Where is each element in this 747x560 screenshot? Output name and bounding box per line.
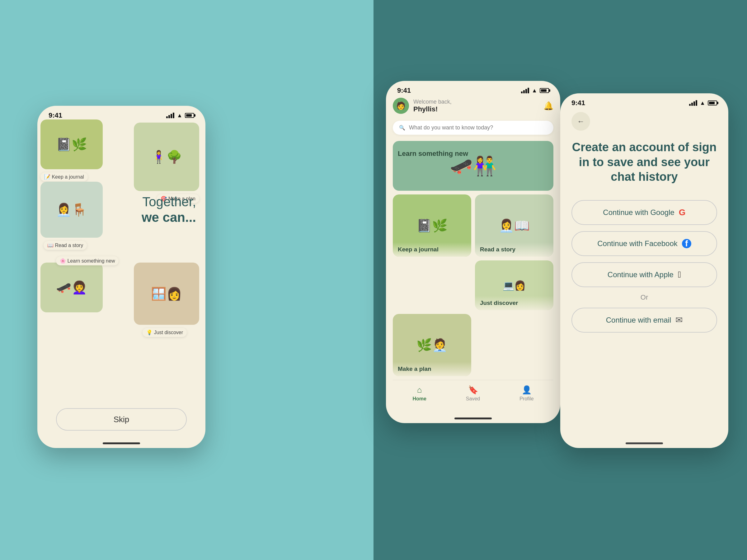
phone-2: 9:41 ▲ 🧑 Welcome back, P <box>386 81 560 423</box>
learn-category-card[interactable]: 🛹👫 Learn something new <box>393 141 553 191</box>
signal-icon-3 <box>689 100 697 106</box>
phone-1: 9:41 ▲ 📓🌿 📝 Keep a journal <box>37 106 205 448</box>
apple-button[interactable]: Continue with Apple  <box>571 262 717 287</box>
reader-card: 👩‍💼🪑 <box>41 182 103 238</box>
phone-3-content: ← Create an account of sign in to save a… <box>560 107 728 344</box>
home-indicator-3 <box>626 443 663 444</box>
battery-icon <box>185 113 194 118</box>
discover-category-card[interactable]: 💻👩 Just discover <box>475 260 553 310</box>
background-left: 9:41 ▲ 📓🌿 📝 Keep a journal <box>0 0 374 560</box>
skater-card: 🛹👩‍🦱 <box>41 263 103 312</box>
status-bar-3: 9:41 ▲ <box>560 93 728 107</box>
profile-icon: 👤 <box>522 385 532 395</box>
bookmark-icon: 🔖 <box>468 385 478 395</box>
bell-icon[interactable]: 🔔 <box>543 101 553 111</box>
back-icon: ← <box>577 117 585 126</box>
status-icons-1: ▲ <box>166 112 194 119</box>
apple-button-label: Continue with Apple <box>608 270 673 279</box>
category-grid: 🛹👫 Learn something new 📓🌿 Keep a journal… <box>393 141 553 376</box>
journal-tag: 📝 Keep a journal <box>41 172 88 181</box>
search-icon: 🔍 <box>399 125 405 131</box>
wifi-icon: ▲ <box>177 112 182 119</box>
window-card: 🪟👩 <box>134 263 199 325</box>
phone-2-content: 🧑 Welcome back, Phyllis! 🔔 🔍 🛹👫 Learn so… <box>386 95 560 408</box>
story-cat-label: Read a story <box>475 242 553 257</box>
time-3: 9:41 <box>571 99 585 107</box>
email-button[interactable]: Continue with email ✉ <box>571 308 717 332</box>
create-account-title: Create an account of sign in to save and… <box>571 140 717 185</box>
wifi-icon-2: ▲ <box>532 87 537 94</box>
time-1: 9:41 <box>49 111 62 119</box>
google-button[interactable]: Continue with Google G <box>571 200 717 225</box>
skip-button[interactable]: Skip <box>56 408 187 431</box>
read-tag: 📖 Read a story <box>44 241 87 250</box>
facebook-button-label: Continue with Facebook <box>597 239 677 248</box>
nav-profile[interactable]: 👤 Profile <box>519 385 534 402</box>
standing-card: 🧍‍♀️🌳 <box>134 123 199 191</box>
status-icons-3: ▲ <box>689 100 717 106</box>
home-indicator-2 <box>455 418 492 419</box>
saved-label: Saved <box>466 396 480 402</box>
or-divider: Or <box>571 293 717 301</box>
phone-1-content: 📓🌿 📝 Keep a journal 👩‍💼🪑 📖 Read a story … <box>37 119 205 443</box>
phone-3: 9:41 ▲ ← Create an account of sig <box>560 93 728 448</box>
bottom-nav: ⌂ Home 🔖 Saved 👤 Profile <box>393 380 553 405</box>
facebook-icon: f <box>682 239 691 248</box>
skater-illustration: 🛹👩‍🦱 <box>41 263 103 312</box>
plan-category-card[interactable]: 🌿🧑‍💼 Make a plan <box>393 314 471 376</box>
google-button-label: Continue with Google <box>603 208 674 217</box>
back-button[interactable]: ← <box>571 112 590 131</box>
google-icon: G <box>679 208 686 217</box>
facebook-button[interactable]: Continue with Facebook f <box>571 231 717 256</box>
email-button-label: Continue with email <box>606 316 671 324</box>
search-input[interactable] <box>409 125 547 131</box>
home-indicator-1 <box>103 443 140 444</box>
signal-icon <box>166 113 174 118</box>
plan-cat-label: Make a plan <box>393 362 471 376</box>
status-bar-1: 9:41 ▲ <box>37 106 205 119</box>
journal-card: 📓🌿 <box>41 119 103 169</box>
greeting-text: Welcome back, Phyllis! <box>413 99 543 113</box>
journal-category-card[interactable]: 📓🌿 Keep a journal <box>393 194 471 257</box>
search-bar[interactable]: 🔍 <box>393 121 553 135</box>
together-heading: Together, we can... <box>141 194 196 225</box>
learn-tag: 🌸 Learn something new <box>56 256 119 265</box>
email-icon: ✉ <box>675 315 682 325</box>
profile-label: Profile <box>519 396 534 402</box>
journal-illustration: 📓🌿 <box>41 119 103 169</box>
welcome-label: Welcome back, <box>413 99 543 105</box>
discover-cat-label: Just discover <box>475 296 553 310</box>
status-bar-2: 9:41 ▲ <box>386 81 560 95</box>
background-right: 9:41 ▲ 🧑 Welcome back, P <box>374 0 747 560</box>
battery-icon-2 <box>540 88 549 93</box>
user-name: Phyllis! <box>413 105 543 113</box>
home-icon: ⌂ <box>417 385 422 395</box>
avatar: 🧑 <box>393 98 409 114</box>
journal-cat-label: Keep a journal <box>393 242 471 257</box>
window-illustration: 🪟👩 <box>134 263 199 325</box>
story-category-card[interactable]: 👩‍💼📖 Read a story <box>475 194 553 257</box>
time-2: 9:41 <box>397 86 411 95</box>
nav-saved[interactable]: 🔖 Saved <box>466 385 480 402</box>
battery-icon-3 <box>708 101 717 105</box>
status-icons-2: ▲ <box>521 87 549 94</box>
apple-icon:  <box>678 270 681 280</box>
signal-icon-2 <box>521 88 529 93</box>
nav-home[interactable]: ⌂ Home <box>412 385 426 402</box>
home-label: Home <box>412 396 426 402</box>
discover-tag: 💡 Just discover <box>143 328 187 337</box>
learn-label: Learn something new <box>393 146 553 161</box>
reader-illustration: 👩‍💼🪑 <box>41 182 103 238</box>
greeting-row: 🧑 Welcome back, Phyllis! 🔔 <box>393 98 553 114</box>
wifi-icon-3: ▲ <box>700 100 705 106</box>
standing-illustration: 🧍‍♀️🌳 <box>134 123 199 191</box>
